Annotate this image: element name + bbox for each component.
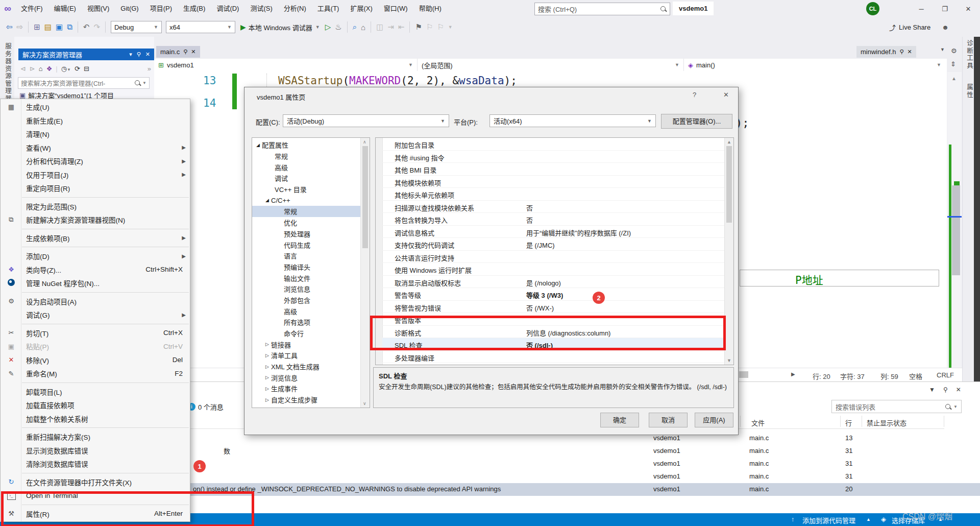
undo-icon[interactable]: ↶ bbox=[83, 22, 90, 32]
close-icon[interactable]: ✕ bbox=[145, 51, 150, 58]
close-button[interactable]: ✕ bbox=[957, 0, 980, 17]
pending-changes-filter-icon[interactable]: ◷▼ bbox=[61, 65, 71, 73]
collapsed-icon[interactable]: ▷ bbox=[265, 353, 271, 358]
property-row--windows-[interactable]: 使用 Windows 运行时扩展 bbox=[382, 263, 726, 276]
toolbar-overflow-icon[interactable]: » bbox=[148, 65, 154, 73]
scrollbar-thumb[interactable] bbox=[726, 146, 732, 223]
context-menu-item--n-[interactable]: ⧉新建解决方案资源管理器视图(N) bbox=[1, 213, 190, 227]
tree-item-vc-[interactable]: VC++ 目录 bbox=[252, 184, 361, 195]
context-menu-item--[interactable]: 清除浏览数据库错误 bbox=[1, 457, 190, 471]
scroll-up-icon[interactable]: ∧ bbox=[363, 139, 366, 145]
sidebar-tab-properties[interactable]: 属性 bbox=[965, 84, 974, 99]
tree-item--[interactable]: 预编译头 bbox=[252, 261, 361, 273]
property-value[interactable]: 否 bbox=[526, 203, 533, 212]
property-row--[interactable]: 其他模块依赖项 bbox=[382, 176, 726, 188]
platform-dropdown[interactable]: 活动(x64)▼ bbox=[489, 114, 656, 127]
property-row--[interactable]: 附加包含目录 bbox=[382, 138, 726, 151]
context-menu-item--r-[interactable]: 重定向项目(R) bbox=[1, 181, 190, 195]
tree-item--[interactable]: 浏览信息 bbox=[252, 283, 361, 295]
find-in-files-icon[interactable]: ⌕ bbox=[353, 22, 357, 32]
tree-item--[interactable]: 调试 bbox=[252, 173, 361, 184]
collapsed-icon[interactable]: ▷ bbox=[265, 342, 271, 347]
pin-icon[interactable]: ⚲ bbox=[943, 386, 948, 393]
solution-explorer-header[interactable]: 解决方案资源管理器 ▾ ⚲ ✕ bbox=[18, 49, 154, 60]
comment-icon[interactable]: ◫ bbox=[376, 22, 383, 32]
tree-item--[interactable]: 高级 bbox=[252, 305, 361, 317]
property-value[interactable]: 否 (/WX-) bbox=[526, 303, 554, 313]
breadcrumb-member-dropdown[interactable]: ◈ main() ▼ bbox=[684, 59, 945, 71]
menubar-item-4[interactable]: Git(G) bbox=[115, 0, 144, 17]
property-row--[interactable]: 启用地址擦除系统否 bbox=[382, 363, 726, 365]
scroll-right-icon[interactable]: ▶ bbox=[791, 371, 795, 377]
save-all-icon[interactable]: ⧉ bbox=[67, 22, 72, 32]
start-without-debugging-icon[interactable]: ▷ bbox=[325, 22, 331, 32]
property-value[interactable]: 是 (/JMC) bbox=[526, 240, 555, 250]
context-menu-item--v-[interactable]: ✕移除(V)Del bbox=[1, 353, 190, 367]
menubar-item-13[interactable]: 帮助(H) bbox=[413, 0, 447, 17]
property-value[interactable]: 是 (/nologo) bbox=[526, 278, 561, 288]
collapsed-icon[interactable]: ▷ bbox=[265, 364, 271, 369]
solution-configuration-dropdown[interactable]: Debug▼ bbox=[111, 21, 162, 33]
scroll-down-icon[interactable]: ▼ bbox=[727, 358, 731, 363]
scrollbar-thumb[interactable] bbox=[952, 185, 960, 275]
menubar-item-7[interactable]: 调试(D) bbox=[211, 0, 244, 17]
tree-item--[interactable]: ◢配置属性 bbox=[252, 139, 361, 151]
context-menu-item--s-[interactable]: 重新扫描解决方案(S) bbox=[1, 430, 190, 444]
tree-item--[interactable]: 常规 bbox=[252, 151, 361, 162]
context-menu-item--u-[interactable]: ▦生成(U) bbox=[1, 100, 190, 114]
menubar-item-10[interactable]: 工具(T) bbox=[312, 0, 345, 17]
tree-item--[interactable]: 输出文件 bbox=[252, 272, 361, 283]
menubar-item-9[interactable]: 分析(N) bbox=[278, 0, 312, 17]
context-menu-item--t-[interactable]: ✂剪切(T)Ctrl+X bbox=[1, 326, 190, 340]
status-eol[interactable]: CRLF bbox=[937, 371, 954, 379]
window-position-icon[interactable]: ▼ bbox=[929, 386, 935, 393]
scroll-down-icon[interactable]: ∨ bbox=[363, 401, 366, 406]
sidebar-tab-server-explorer[interactable]: 服务器资源管理器 bbox=[3, 43, 13, 102]
property-row--using-[interactable]: 其他 #using 指令 bbox=[382, 151, 726, 163]
configuration-manager-button[interactable]: 配置管理器(O)... bbox=[661, 114, 732, 129]
context-menu-item--n-[interactable]: 清理(N) bbox=[1, 127, 190, 141]
prev-bookmark-icon[interactable]: ⚐ bbox=[426, 22, 433, 32]
apply-button[interactable]: 应用(A) bbox=[695, 413, 733, 427]
open-file-icon[interactable]: ▤ bbox=[44, 22, 52, 32]
solution-explorer-search-input[interactable]: 搜索解决方案资源管理器(Ctrl- ▼ bbox=[18, 77, 150, 89]
tree-item--[interactable]: ▷清单工具 bbox=[252, 350, 361, 361]
collapsed-icon[interactable]: ▷ bbox=[265, 397, 271, 402]
solution-platform-dropdown[interactable]: x64▼ bbox=[166, 21, 235, 33]
scroll-up-icon[interactable]: ▲ bbox=[951, 76, 957, 81]
context-menu-item--z-[interactable]: ❖类向导(Z)...Ctrl+Shift+X bbox=[1, 263, 190, 277]
property-row--[interactable]: 调试信息格式用于“编辑并继续”的程序数据库 (/ZI) bbox=[382, 226, 726, 238]
column-suppression[interactable]: 禁止显示状态 bbox=[867, 418, 906, 427]
expanded-icon[interactable]: ◢ bbox=[265, 198, 271, 203]
property-row--[interactable]: 取消显示启动版权标志是 (/nologo) bbox=[382, 276, 726, 289]
context-menu-item--p-[interactable]: ▣粘贴(P)Ctrl+V bbox=[1, 340, 190, 353]
tree-item--[interactable]: 语言 bbox=[252, 250, 361, 261]
property-row--[interactable]: 其他标头单元依赖项 bbox=[382, 188, 726, 201]
keep-open-icon[interactable]: ⚲ bbox=[899, 49, 903, 55]
property-row--[interactable]: 公共语言运行时支持 bbox=[382, 251, 726, 264]
property-value[interactable]: 等级 3 (/W3) bbox=[526, 290, 563, 300]
redo-icon[interactable]: ↷ bbox=[93, 22, 100, 32]
tree-item-c-c-[interactable]: ◢C/C++ bbox=[252, 195, 361, 206]
context-menu-item--l-[interactable]: 卸载项目(L) bbox=[1, 385, 190, 399]
menubar-item-6[interactable]: 生成(B) bbox=[178, 0, 211, 17]
context-menu-item--[interactable]: 加载直接依赖项 bbox=[1, 398, 190, 412]
forward-icon[interactable]: ⊳ bbox=[30, 65, 35, 73]
property-row--[interactable]: 将警告视为错误否 (/WX-) bbox=[382, 301, 726, 314]
code-line-13[interactable]: WSAStartup(MAKEWORD(2, 2), &wsaData); bbox=[278, 75, 517, 87]
configuration-dropdown[interactable]: 活动(Debug)▼ bbox=[283, 114, 449, 127]
live-share-button[interactable]: ⤴ Live Share ☻ bbox=[889, 17, 949, 37]
ok-button[interactable]: 确定 bbox=[600, 413, 639, 427]
horizontal-scrollbar-thumb[interactable] bbox=[739, 371, 748, 378]
toolbar-overflow-icon[interactable]: ▼ bbox=[448, 25, 453, 30]
breadcrumb-scope-dropdown[interactable]: (全局范围) ▼ bbox=[418, 59, 684, 71]
chevron-down-icon[interactable]: ▼ bbox=[940, 47, 945, 55]
status-spaces[interactable]: 空格 bbox=[909, 371, 922, 381]
property-row--[interactable]: 将包含转换为导入否 bbox=[382, 213, 726, 226]
collapsed-icon[interactable]: ▷ bbox=[265, 386, 271, 391]
close-icon[interactable]: ✕ bbox=[907, 49, 912, 55]
back-icon[interactable]: ⊲ bbox=[20, 65, 26, 73]
maximize-button[interactable]: ❐ bbox=[933, 0, 957, 17]
help-icon[interactable]: ? bbox=[693, 91, 696, 99]
property-row--[interactable]: 支持仅我的代码调试是 (/JMC) bbox=[382, 238, 726, 251]
